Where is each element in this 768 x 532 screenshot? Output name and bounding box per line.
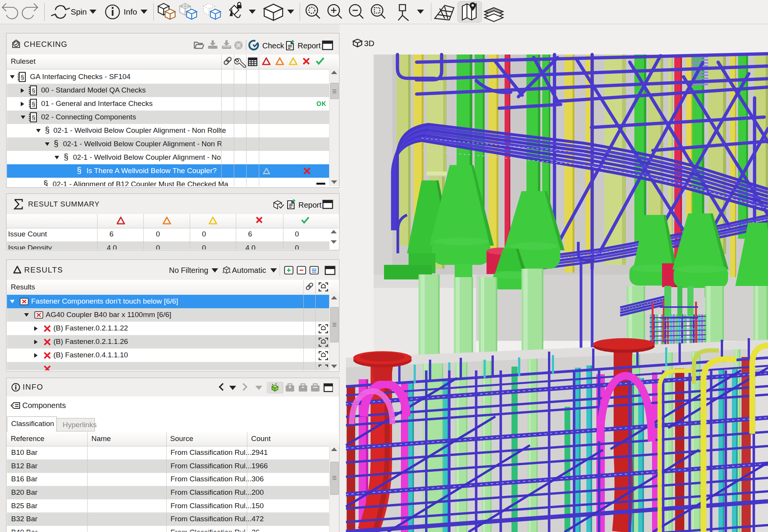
- svg-text:§: §: [32, 101, 35, 108]
- svg-text:Info: Info: [124, 7, 137, 16]
- svg-text:3D: 3D: [364, 39, 374, 48]
- svg-text:§: §: [21, 74, 24, 81]
- svg-text:§: §: [32, 114, 35, 121]
- svg-text:Spin: Spin: [71, 7, 87, 16]
- svg-text:Check: Check: [262, 41, 285, 50]
- svg-text:§: §: [32, 87, 35, 94]
- svg-text:Report: Report: [298, 201, 321, 209]
- svg-text:Report: Report: [298, 41, 321, 50]
